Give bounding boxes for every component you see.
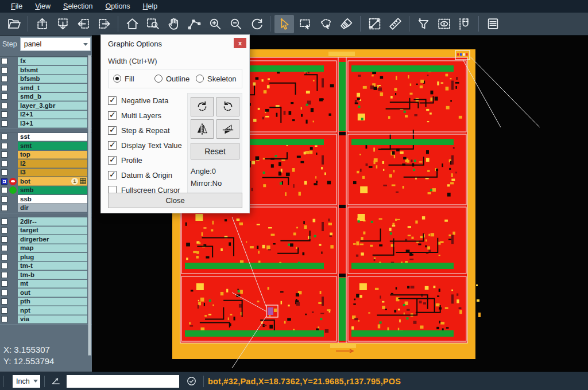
reset-button[interactable]: Reset (191, 143, 239, 159)
command-input[interactable] (67, 375, 179, 388)
layer-name[interactable]: bfsmb (18, 75, 87, 84)
checkbox-icon[interactable] (108, 156, 117, 165)
step-select[interactable]: panel (20, 37, 91, 51)
layer-name[interactable]: tm-b (18, 271, 87, 279)
layer-row[interactable]: top (0, 150, 92, 159)
layer-visibility-checkbox[interactable] (1, 290, 7, 296)
layer-visibility-checkbox[interactable] (1, 280, 7, 287)
radio-outline[interactable]: Outline (154, 75, 196, 83)
checkbox-multi-layers[interactable]: Multi Layers (108, 108, 187, 123)
layer-visibility-checkbox[interactable] (1, 298, 7, 305)
checkbox-icon[interactable] (108, 111, 117, 120)
layer-visibility-checkbox[interactable] (1, 236, 7, 243)
layer-name[interactable]: mt (18, 280, 87, 288)
layer-row[interactable]: fx (0, 57, 92, 66)
close-icon[interactable]: x (234, 38, 246, 48)
layer-name[interactable]: out (18, 288, 87, 297)
confirm-icon[interactable] (186, 376, 197, 387)
radio-skeleton[interactable]: Skeleton (196, 75, 237, 83)
layer-row[interactable]: l2+1 (0, 110, 92, 119)
radio-icon[interactable] (196, 75, 204, 83)
layer-name[interactable]: l3 (18, 169, 87, 177)
layer-visibility-checkbox[interactable] (1, 58, 7, 64)
checkbox-icon[interactable] (108, 171, 117, 180)
layer-visibility-checkbox[interactable] (1, 67, 7, 73)
layer-visibility-checkbox[interactable] (1, 169, 7, 176)
layer-visibility-checkbox[interactable] (1, 196, 7, 202)
mirror-vertical-button[interactable] (216, 119, 239, 139)
pan-down-button[interactable] (53, 15, 72, 33)
menu-file[interactable]: File (5, 0, 29, 13)
layer-row[interactable]: target (0, 226, 92, 235)
layer-name[interactable]: l2 (18, 159, 87, 168)
layer-name[interactable]: l2+1 (18, 111, 87, 119)
checkbox-icon[interactable] (108, 141, 117, 150)
move-vertex-button[interactable] (184, 15, 204, 33)
layer-visibility-checkbox[interactable] (1, 254, 7, 260)
layer-list-scrollbar[interactable] (88, 55, 91, 356)
layer-visibility-checkbox[interactable] (1, 205, 7, 211)
layer-name[interactable]: target (18, 227, 87, 235)
filter-button[interactable] (413, 15, 433, 33)
layer-row[interactable]: via (0, 315, 92, 324)
layer-visibility-checkbox[interactable] (1, 227, 7, 233)
open-folder-button[interactable] (4, 15, 24, 33)
checkbox-display-text-value[interactable]: Display Text Value (108, 138, 187, 153)
layer-row[interactable]: mt (0, 279, 92, 288)
measure-ruler-button[interactable] (385, 15, 405, 33)
layer-visibility-checkbox[interactable] (1, 134, 7, 140)
checkbox-step-repeat[interactable]: Step & Repeat (108, 123, 187, 138)
layer-row[interactable]: bot1 (0, 177, 92, 186)
radio-icon[interactable] (113, 75, 121, 83)
layer-name[interactable]: smd_b (18, 93, 87, 102)
checkbox-negative-data[interactable]: Negative Data (108, 93, 187, 108)
layer-row[interactable]: tm-b (0, 271, 92, 280)
layer-form-button[interactable] (483, 15, 502, 33)
pan-left-button[interactable] (74, 15, 93, 33)
layer-name[interactable]: map (18, 244, 87, 253)
layer-name[interactable]: pth (18, 298, 87, 306)
layer-visibility-checkbox[interactable] (1, 111, 7, 118)
grid-icon[interactable] (80, 178, 86, 184)
layer-row[interactable]: 2dir-- (0, 217, 92, 227)
layer-name[interactable]: npt (18, 306, 87, 315)
pan-hand-button[interactable] (164, 15, 183, 33)
unit-select[interactable]: Inch (13, 375, 40, 388)
menu-options[interactable]: Options (99, 0, 136, 13)
layer-row[interactable]: dir (0, 204, 92, 213)
layer-row[interactable]: smd_b (0, 92, 92, 102)
layer-row[interactable]: pth (0, 297, 92, 306)
radio-icon[interactable] (154, 75, 163, 83)
select-arrow-button[interactable] (274, 15, 294, 33)
select-rect-button[interactable] (295, 15, 315, 33)
clean-brush-button[interactable] (336, 15, 356, 33)
layer-row[interactable]: bfsmt (0, 66, 92, 75)
layer-row[interactable]: smt (0, 142, 92, 151)
layer-row[interactable]: out (0, 288, 92, 298)
layer-name[interactable]: top (18, 151, 87, 159)
rotate-cw-button[interactable] (191, 97, 214, 116)
layer-row[interactable]: l2 (0, 159, 92, 169)
layer-visibility-checkbox[interactable] (1, 85, 7, 91)
layer-visibility-checkbox[interactable] (1, 143, 7, 149)
layer-name[interactable]: smd_t (18, 84, 87, 92)
layer-name[interactable]: smt (18, 142, 87, 150)
view-object-button[interactable] (434, 15, 454, 33)
layer-visibility-checkbox[interactable] (1, 187, 7, 193)
close-button[interactable]: Close (108, 193, 242, 208)
layer-visibility-checkbox[interactable] (1, 307, 7, 314)
menu-view[interactable]: View (29, 0, 57, 13)
layer-name[interactable]: dirgerber (18, 235, 87, 244)
layer-visibility-checkbox[interactable] (1, 161, 7, 167)
mirror-horizontal-button[interactable] (191, 119, 214, 139)
pan-right-button[interactable] (94, 15, 114, 33)
zoom-window-button[interactable] (143, 15, 163, 33)
layer-name[interactable]: 2dir-- (18, 217, 87, 226)
layer-row[interactable]: map (0, 244, 92, 253)
layer-row[interactable]: bfsmb (0, 75, 92, 84)
zoom-in-button[interactable] (205, 15, 225, 33)
layer-row[interactable]: smd_t (0, 84, 92, 93)
layer-visibility-checkbox[interactable] (1, 263, 7, 269)
layer-visibility-checkbox[interactable] (1, 316, 7, 322)
layer-name[interactable]: smb (18, 186, 87, 195)
